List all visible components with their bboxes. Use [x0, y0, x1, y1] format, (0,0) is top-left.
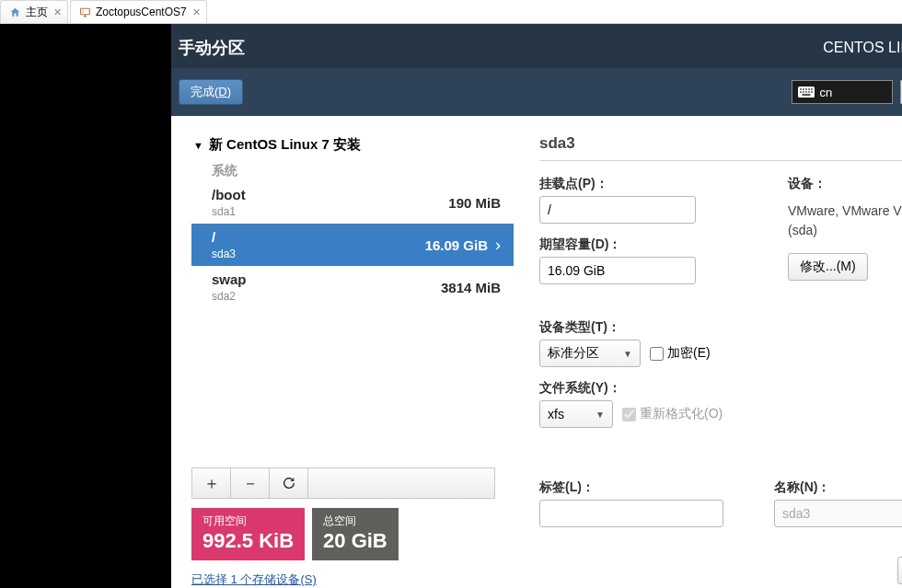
tag-label: 标签(L)：: [539, 479, 737, 496]
tab-home-close-icon[interactable]: ✕: [53, 6, 62, 18]
name-label: 名称(N)：: [774, 479, 902, 496]
fs-select[interactable]: xfs ▼: [539, 400, 613, 428]
modify-device-button[interactable]: 修改...(M): [788, 253, 868, 281]
chevron-down-icon: ▼: [193, 140, 203, 151]
tab-vm-close-icon[interactable]: ✕: [192, 6, 201, 18]
done-button[interactable]: 完成(D): [179, 79, 243, 105]
device-heading: 设备：: [788, 176, 902, 192]
svg-rect-4: [805, 88, 807, 90]
divider: [539, 160, 902, 161]
home-icon: [8, 6, 21, 18]
partition-list: /boot sda1 190 MiB / sda3 16.09 GiB ›: [191, 181, 514, 308]
partition-row-swap[interactable]: swap sda2 3814 MiB: [191, 266, 514, 308]
svg-rect-11: [811, 91, 813, 93]
svg-rect-5: [808, 88, 810, 90]
tree-title: 新 CentOS Linux 7 安装: [209, 136, 361, 154]
add-partition-button[interactable]: ＋: [192, 468, 231, 498]
tree-header[interactable]: ▼ 新 CentOS Linux 7 安装: [191, 134, 514, 163]
partition-row-root[interactable]: / sda3 16.09 GiB ›: [191, 224, 514, 266]
system-group-label: 系统: [191, 163, 514, 181]
remove-partition-button[interactable]: －: [231, 468, 270, 498]
chevron-down-icon: ▼: [623, 349, 632, 359]
vm-dark-border: [0, 24, 171, 588]
keyboard-layout-value: cn: [820, 86, 833, 99]
capacity-label: 期望容量(D)：: [539, 236, 751, 253]
total-space-box: 总空间 20 GiB: [312, 508, 399, 560]
product-label: CENTOS LINUX 7 安装: [823, 35, 902, 58]
chevron-down-icon: ▼: [596, 409, 605, 420]
partition-toolbar: ＋ －: [191, 467, 495, 499]
devtype-select[interactable]: 标准分区 ▼: [539, 340, 641, 367]
tag-input[interactable]: [539, 500, 723, 527]
mount-input[interactable]: [539, 196, 696, 224]
encrypt-checkbox[interactable]: 加密(E): [650, 345, 711, 362]
keyboard-layout-selector[interactable]: cn: [792, 80, 893, 104]
reformat-checkbox: 重新格式化(O): [622, 406, 723, 422]
device-text: VMware, VMware Virtual S (sda): [788, 202, 902, 240]
storage-devices-link[interactable]: 已选择 1 个存储设备(S): [191, 572, 317, 586]
devtype-label: 设备类型(T)：: [539, 319, 902, 336]
tab-strip: 主页 ✕ ZoctopusCentOS7 ✕: [0, 0, 902, 24]
editor-title: sda3: [539, 134, 902, 153]
available-space-box: 可用空间 992.5 KiB: [191, 508, 305, 560]
svg-rect-10: [808, 91, 810, 93]
svg-rect-6: [811, 88, 813, 90]
svg-rect-2: [800, 88, 802, 90]
reset-all-button[interactable]: 全部重设(R): [897, 557, 902, 584]
svg-rect-12: [802, 94, 810, 96]
svg-rect-3: [803, 88, 804, 90]
svg-rect-9: [805, 91, 807, 93]
svg-rect-8: [803, 91, 804, 93]
mount-label: 挂载点(P)：: [539, 176, 751, 192]
reload-button[interactable]: [270, 468, 308, 498]
svg-rect-0: [80, 8, 89, 15]
tab-vm-label: ZoctopusCentOS7: [96, 6, 187, 18]
chevron-right-icon: ›: [495, 236, 501, 255]
tab-vm[interactable]: ZoctopusCentOS7 ✕: [70, 0, 207, 23]
partition-row-boot[interactable]: /boot sda1 190 MiB: [191, 181, 514, 224]
installer-header: 手动分区 CENTOS LINUX 7 安装 完成(D) cn 帮助！ (F1): [171, 24, 902, 116]
name-input: [774, 500, 902, 527]
capacity-input[interactable]: [539, 257, 696, 284]
tab-home-label: 主页: [26, 5, 48, 20]
keyboard-icon: [798, 86, 815, 98]
svg-rect-7: [800, 91, 802, 93]
page-title: 手动分区: [179, 33, 245, 59]
tab-home[interactable]: 主页 ✕: [0, 0, 68, 23]
monitor-icon: [78, 6, 91, 18]
fs-label: 文件系统(Y)：: [539, 380, 902, 397]
